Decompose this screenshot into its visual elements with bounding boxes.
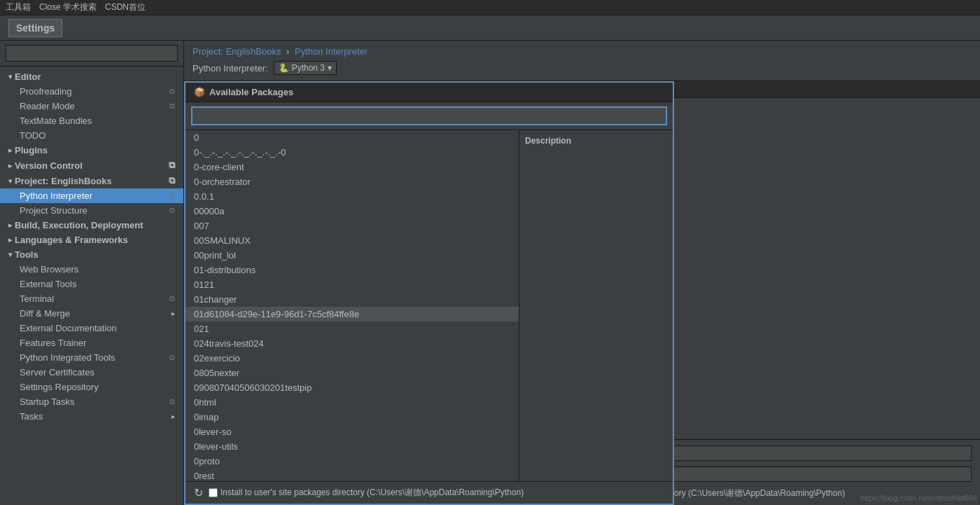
sidebar-group-vcs[interactable]: ▸ Version Control ⧉: [0, 158, 183, 173]
breadcrumb-sep: ›: [286, 46, 292, 57]
refresh-icon[interactable]: ↻: [194, 486, 203, 499]
startup-icon: ⧉: [169, 397, 175, 406]
content-header: Project: EnglishBooks › Python Interpret…: [184, 41, 980, 81]
avail-item-0rest[interactable]: 0rest: [186, 469, 519, 481]
avail-item-0121[interactable]: 0121: [186, 277, 519, 292]
sidebar-item-python-interpreter[interactable]: Python Interpreter ⧉: [0, 188, 183, 203]
interpreter-select[interactable]: 🐍 Python 3 ▾: [274, 61, 337, 75]
sidebar-item-diff-merge[interactable]: Diff & Merge ▸: [0, 306, 183, 321]
settings-title: Settings: [8, 19, 62, 37]
avail-packages-title: Available Packages: [209, 87, 293, 97]
breadcrumb-project[interactable]: Project: EnglishBooks: [192, 46, 281, 57]
sidebar-group-project[interactable]: ▾ Project: EnglishBooks ⧉: [0, 173, 183, 188]
toolbar-item-close[interactable]: Close 学术搜索: [39, 1, 97, 13]
editor-label: Editor: [15, 71, 41, 82]
sidebar-item-settings-repository[interactable]: Settings Repository: [0, 380, 183, 394]
sidebar: ▾ Editor Proofreading ⧉ Reader Mode ⧉ Te…: [0, 41, 184, 505]
avail-item-00000a[interactable]: 00000a: [186, 204, 519, 219]
install-to-user-checkbox[interactable]: [209, 488, 218, 497]
vcs-arrow: ▸: [8, 162, 12, 170]
plugins-arrow: ▸: [8, 146, 12, 154]
avail-item-dots[interactable]: 0-._.-._.-._.-._.-._.-._.-0: [186, 145, 519, 160]
diff-arrow: ▸: [172, 310, 175, 317]
sidebar-item-external-tools[interactable]: External Tools: [0, 277, 183, 291]
sidebar-item-reader-mode[interactable]: Reader Mode ⧉: [0, 99, 183, 113]
toolbar-item-toolbox[interactable]: 工具箱: [6, 1, 31, 13]
vcs-label: Version Control: [15, 160, 83, 171]
breadcrumb-interpreter[interactable]: Python Interpreter: [295, 46, 368, 57]
avail-item-024travis[interactable]: 024travis-test024: [186, 336, 519, 351]
project-structure-icon: ⧉: [169, 206, 175, 215]
avail-list-area: 0 0-._.-._.-._.-._.-._.-._.-0 0-core-cli…: [186, 130, 673, 481]
avail-desc-panel: Description: [519, 130, 673, 481]
settings-header: Settings: [0, 15, 980, 41]
avail-item-0[interactable]: 0: [186, 130, 519, 145]
avail-item-0html[interactable]: 0html: [186, 395, 519, 410]
python-tools-icon: ⧉: [169, 353, 175, 362]
terminal-icon: ⧉: [169, 294, 175, 303]
avail-search-input[interactable]: [191, 106, 667, 125]
sidebar-group-editor[interactable]: ▾ Editor: [0, 69, 183, 84]
avail-item-0imap[interactable]: 0imap: [186, 410, 519, 424]
build-arrow: ▸: [8, 221, 12, 229]
avail-item-orchestrator[interactable]: 0-orchestrator: [186, 174, 519, 189]
project-arrow: ▾: [8, 177, 12, 185]
avail-item-01changer[interactable]: 01changer: [186, 292, 519, 307]
sidebar-search-area: [0, 41, 183, 67]
interpreter-value: Python 3: [292, 63, 325, 73]
interpreter-row: Python Interpreter: 🐍 Python 3 ▾: [192, 61, 972, 75]
avail-packages-icon: 📦: [194, 87, 205, 97]
avail-item-0805nexter[interactable]: 0805nexter: [186, 366, 519, 380]
sidebar-scroll: ▾ Editor Proofreading ⧉ Reader Mode ⧉ Te…: [0, 67, 183, 505]
avail-desc-title: Description: [525, 136, 667, 146]
project-icon: ⧉: [169, 175, 175, 186]
avail-item-021[interactable]: 021: [186, 321, 519, 336]
interpreter-label: Python Interpreter:: [192, 63, 268, 74]
sidebar-item-server-certificates[interactable]: Server Certificates: [0, 365, 183, 380]
avail-item-007[interactable]: 007: [186, 219, 519, 233]
avail-search-area: [186, 102, 673, 130]
sidebar-group-languages[interactable]: ▸ Languages & Frameworks: [0, 233, 183, 247]
avail-item-01dist[interactable]: 01-distributions: [186, 263, 519, 277]
sidebar-item-proofreading[interactable]: Proofreading ⧉: [0, 84, 183, 99]
avail-item-0lever-so[interactable]: 0lever-so: [186, 424, 519, 439]
sidebar-group-build[interactable]: ▸ Build, Execution, Deployment: [0, 218, 183, 233]
sidebar-item-external-doc[interactable]: External Documentation: [0, 321, 183, 335]
sidebar-item-startup-tasks[interactable]: Startup Tasks ⧉: [0, 394, 183, 409]
avail-footer: ↻ Install to user's site packages direct…: [186, 481, 673, 504]
sidebar-item-tasks[interactable]: Tasks ▸: [0, 409, 183, 424]
avail-item-00smalinux[interactable]: 00SMALINUX: [186, 233, 519, 248]
tools-label: Tools: [15, 249, 38, 260]
sidebar-item-terminal[interactable]: Terminal ⧉: [0, 291, 183, 306]
languages-arrow: ▸: [8, 236, 12, 244]
sidebar-search-input[interactable]: [6, 45, 178, 62]
proofreading-icon: ⧉: [169, 87, 175, 96]
top-bar: 工具箱 Close 学术搜索 CSDN首位: [0, 0, 980, 15]
plugins-label: Plugins: [15, 145, 48, 155]
avail-item-090807[interactable]: 090807040506030201testpip: [186, 380, 519, 395]
avail-item-0lever-utils[interactable]: 0lever-utils: [186, 439, 519, 454]
avail-item-uuid[interactable]: 01d61084-d29e-11e9-96d1-7c5cf84ffe8e: [186, 307, 519, 321]
sidebar-group-plugins[interactable]: ▸ Plugins: [0, 143, 183, 158]
avail-item-02exercicio[interactable]: 02exercicio: [186, 351, 519, 366]
toolbar-item-csdn[interactable]: CSDN首位: [105, 1, 146, 13]
sidebar-item-web-browsers[interactable]: Web Browsers: [0, 262, 183, 277]
avail-list[interactable]: 0 0-._.-._.-._.-._.-._.-._.-0 0-core-cli…: [186, 130, 519, 481]
sidebar-item-textmate[interactable]: TextMate Bundles: [0, 113, 183, 128]
avail-item-001[interactable]: 0.0.1: [186, 189, 519, 204]
tasks-arrow: ▸: [172, 413, 175, 420]
vcs-icon: ⧉: [169, 160, 175, 171]
avail-item-00print[interactable]: 00print_lol: [186, 248, 519, 263]
install-to-user-label: Install to user's site packages director…: [220, 487, 524, 499]
avail-item-0proto[interactable]: 0proto: [186, 454, 519, 469]
interpreter-dropdown-icon: ▾: [328, 63, 332, 73]
languages-label: Languages & Frameworks: [15, 235, 128, 245]
package-area: Package Automat Cython Pillow Protego Py…: [184, 81, 980, 505]
sidebar-item-project-structure[interactable]: Project Structure ⧉: [0, 203, 183, 218]
sidebar-item-features-trainer[interactable]: Features Trainer: [0, 335, 183, 350]
sidebar-item-python-integrated-tools[interactable]: Python Integrated Tools ⧉: [0, 350, 183, 365]
project-label: Project: EnglishBooks: [15, 176, 112, 186]
avail-item-core-client[interactable]: 0-core-client: [186, 160, 519, 174]
sidebar-item-todo[interactable]: TODO: [0, 128, 183, 143]
sidebar-group-tools[interactable]: ▾ Tools: [0, 247, 183, 262]
